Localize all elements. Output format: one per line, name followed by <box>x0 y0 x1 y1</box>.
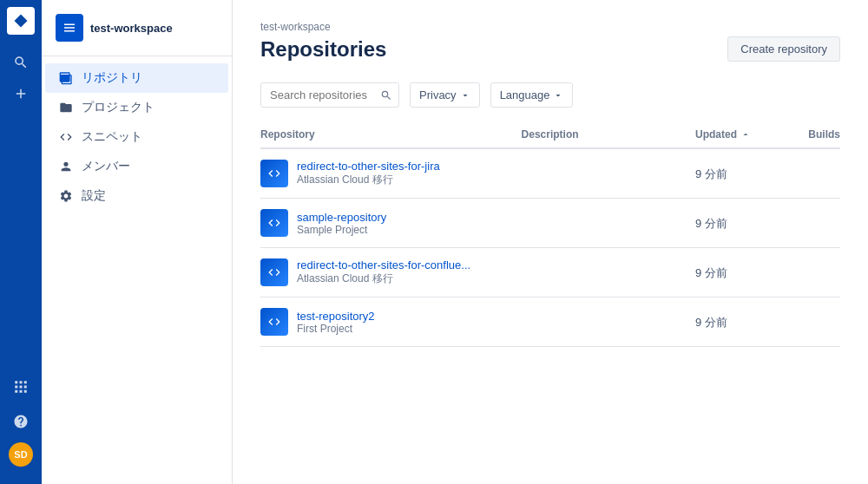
col-header-repository: Repository <box>260 121 522 148</box>
repo-desc-cell <box>522 199 695 248</box>
breadcrumb: test-workspace <box>260 21 840 33</box>
repo-builds <box>782 199 840 248</box>
col-header-builds: Builds <box>782 121 840 148</box>
page-header: Repositories Create repository <box>260 36 840 62</box>
repo-updated: 9 分前 <box>695 248 782 298</box>
workspace-header: test-workspace <box>42 14 232 56</box>
repo-description: First Project <box>297 323 375 335</box>
table-row: redirect-to-other-sites-for-jira Atlassi… <box>260 148 840 199</box>
repo-info: sample-repository Sample Project <box>297 211 386 236</box>
sidebar-item-repositories-label: リポジトリ <box>82 70 142 86</box>
privacy-filter-dropdown[interactable]: Privacy <box>410 82 480 108</box>
main-content-area: test-workspace Repositories Create repos… <box>233 0 868 484</box>
sidebar: test-workspace リポジトリ プロジェクト スニペット メンバー 設… <box>42 0 233 484</box>
repo-updated: 9 分前 <box>695 199 782 248</box>
page-title: Repositories <box>260 37 386 62</box>
repo-builds <box>782 298 840 347</box>
workspace-icon <box>56 14 83 42</box>
repository-table: Repository Description Updated Builds <box>260 121 840 347</box>
repo-icon <box>260 258 288 286</box>
repo-description: Atlassian Cloud 移行 <box>297 173 440 187</box>
sidebar-item-settings[interactable]: 設定 <box>45 181 228 211</box>
repo-info: redirect-to-other-sites-for-jira Atlassi… <box>297 160 440 187</box>
repo-name[interactable]: redirect-to-other-sites-for-jira <box>297 160 440 173</box>
repo-builds <box>782 148 840 199</box>
grid-icon-btn[interactable] <box>7 373 35 401</box>
search-icon-btn[interactable] <box>7 49 35 76</box>
col-header-updated[interactable]: Updated <box>695 121 782 148</box>
sidebar-item-settings-label: 設定 <box>82 188 106 204</box>
sidebar-item-snippets-label: スニペット <box>82 129 142 145</box>
language-filter-dropdown[interactable]: Language <box>490 82 574 108</box>
repo-desc-cell <box>522 298 695 347</box>
sidebar-item-repositories[interactable]: リポジトリ <box>45 63 228 93</box>
search-icon[interactable] <box>380 89 392 101</box>
repo-name-cell: redirect-to-other-sites-for-jira Atlassi… <box>260 160 522 187</box>
repo-name-cell: sample-repository Sample Project <box>260 209 522 237</box>
table-row: sample-repository Sample Project 9 分前 <box>260 199 840 248</box>
sidebar-item-snippets[interactable]: スニペット <box>45 122 228 152</box>
create-repository-button[interactable]: Create repository <box>727 36 840 62</box>
sidebar-item-projects-label: プロジェクト <box>82 100 155 115</box>
col-header-description: Description <box>522 121 695 148</box>
repo-info: redirect-to-other-sites-for-conflue... A… <box>297 258 470 286</box>
repo-builds <box>782 248 840 298</box>
filters-bar: Privacy Language <box>260 82 840 108</box>
create-icon-btn[interactable] <box>7 80 35 108</box>
repo-desc-cell <box>522 148 695 199</box>
icon-bar: SD <box>0 0 42 484</box>
repo-name[interactable]: redirect-to-other-sites-for-conflue... <box>297 258 470 271</box>
repo-description: Atlassian Cloud 移行 <box>297 271 470 286</box>
repo-name-cell: redirect-to-other-sites-for-conflue... A… <box>260 258 522 286</box>
repo-icon <box>260 308 288 336</box>
repo-updated: 9 分前 <box>695 148 782 199</box>
help-icon-btn[interactable] <box>7 408 35 435</box>
search-wrapper <box>260 82 399 108</box>
language-filter-label: Language <box>500 88 550 101</box>
repo-description: Sample Project <box>297 224 386 236</box>
repo-name[interactable]: sample-repository <box>297 211 386 224</box>
privacy-filter-label: Privacy <box>419 88 457 101</box>
repo-name[interactable]: test-repository2 <box>297 310 375 323</box>
table-row: test-repository2 First Project 9 分前 <box>260 298 840 347</box>
user-avatar[interactable]: SD <box>9 442 33 467</box>
app-logo <box>7 7 35 35</box>
search-input[interactable] <box>260 82 399 108</box>
sidebar-nav: リポジトリ プロジェクト スニペット メンバー 設定 <box>42 63 232 211</box>
workspace-name: test-workspace <box>90 22 173 35</box>
sidebar-item-projects[interactable]: プロジェクト <box>45 93 228 122</box>
repo-info: test-repository2 First Project <box>297 310 375 335</box>
table-row: redirect-to-other-sites-for-conflue... A… <box>260 248 840 298</box>
repo-name-cell: test-repository2 First Project <box>260 308 522 336</box>
repo-desc-cell <box>522 248 695 298</box>
sidebar-item-members-label: メンバー <box>82 159 130 174</box>
sidebar-item-members[interactable]: メンバー <box>45 152 228 181</box>
repo-icon <box>260 209 288 237</box>
repo-icon <box>260 160 288 187</box>
repo-updated: 9 分前 <box>695 298 782 347</box>
